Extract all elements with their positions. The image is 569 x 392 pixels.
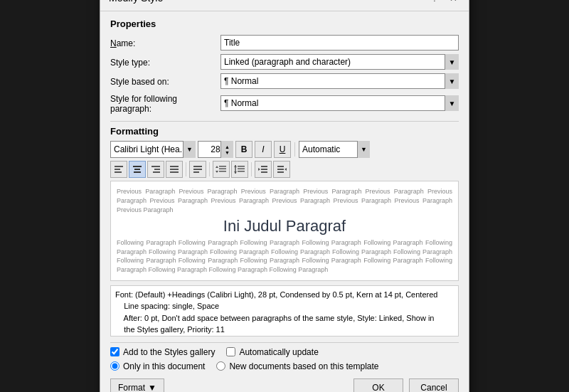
align-toolbar [110,161,459,178]
svg-rect-17 [219,171,226,172]
line-spacing-button[interactable] [213,161,230,178]
new-documents-radio[interactable] [216,361,225,371]
italic-button[interactable]: I [255,141,272,158]
dialog-title: Modify Style [109,0,163,4]
add-to-styles-label: Add to the Styles gallery [123,347,215,357]
new-documents-label: New documents based on this template [229,361,378,371]
svg-rect-13 [193,169,202,170]
svg-rect-7 [154,169,160,170]
svg-rect-27 [261,169,267,170]
toolbar-separator-4 [251,162,252,176]
style-type-label: Style type: [110,54,220,70]
svg-rect-16 [219,169,226,170]
format-dropdown-button[interactable]: Format ▼ [110,378,164,392]
preview-main-text: Ini Judul Paragraf [117,217,452,235]
toolbar-separator-1 [294,142,295,157]
svg-marker-18 [216,166,218,168]
para-spacing-button[interactable] [231,161,248,178]
toolbar-row-1: Calibri Light (Hea... ▼ ▲ ▼ B I U Automa… [110,141,459,158]
title-bar-controls: ? ✕ [427,0,460,5]
svg-rect-0 [115,166,123,167]
align-right-button[interactable] [147,161,164,178]
properties-grid: Name: Style type: Linked (paragraph and … [110,35,459,114]
svg-rect-30 [277,166,284,167]
svg-rect-14 [193,171,199,173]
style-following-label: Style for following paragraph: [110,92,220,114]
bold-button[interactable]: B [235,141,252,158]
only-document-radio-wrapper[interactable]: Only in this document [110,361,205,371]
svg-rect-10 [170,169,179,170]
format-dropdown-arrow-icon: ▼ [148,383,156,392]
radio-row: Only in this document New documents base… [110,361,459,371]
svg-rect-6 [151,166,160,167]
style-based-label: Style based on: [110,73,220,89]
svg-rect-9 [170,166,179,167]
color-select[interactable]: Automatic [299,141,370,158]
close-button[interactable]: ✕ [446,0,460,5]
add-to-styles-checkbox-wrapper[interactable]: Add to the Styles gallery [110,347,215,357]
font-select[interactable]: Calibri Light (Hea... [110,141,196,158]
svg-rect-8 [153,171,160,173]
formatting-label: Formatting [110,126,459,137]
svg-rect-32 [277,171,284,173]
style-type-select[interactable]: Linked (paragraph and character) [220,54,459,70]
toolbar-separator-3 [209,162,210,176]
align-justify-button[interactable] [166,161,183,178]
svg-marker-19 [216,171,218,173]
underline-button[interactable]: U [274,141,291,158]
size-wrapper: ▲ ▼ [198,141,233,158]
svg-rect-26 [261,166,267,167]
properties-label: Properties [110,18,459,29]
indent-increase-button[interactable] [273,161,290,178]
style-following-select[interactable]: ¶ Normal [220,95,459,111]
svg-marker-25 [234,171,237,174]
only-document-radio[interactable] [110,361,119,371]
align-justify2-button[interactable] [189,161,206,178]
style-based-select-wrapper: ¶ Normal ▼ [220,73,459,89]
dialog-body: Properties Name: Style type: Linked (par… [100,11,469,392]
svg-rect-3 [133,166,142,167]
svg-rect-1 [115,169,120,170]
svg-rect-11 [170,171,179,173]
add-to-styles-checkbox[interactable] [110,347,119,356]
align-left-button[interactable] [110,161,127,178]
style-based-wrapper: ¶ Normal ▼ [220,73,459,89]
svg-rect-20 [238,166,245,167]
style-desc-text: Font: (Default) +Headings (Calibri Light… [115,290,437,334]
help-button[interactable]: ? [427,0,442,5]
svg-rect-31 [277,169,284,170]
auto-update-checkbox-wrapper[interactable]: Automatically update [226,347,318,357]
cancel-button[interactable]: Cancel [409,378,459,392]
name-input-wrapper [220,35,459,51]
name-label: Name: [110,35,220,51]
auto-update-checkbox[interactable] [226,347,235,356]
style-following-wrapper: ¶ Normal ▼ [220,92,459,114]
style-following-select-wrapper: ¶ Normal ▼ [220,95,459,111]
svg-rect-15 [219,166,226,167]
title-bar: Modify Style ? ✕ [100,0,469,11]
style-desc-box: Font: (Default) +Headings (Calibri Light… [110,285,459,337]
preview-following-text: Following Paragraph Following Paragraph … [117,238,452,274]
size-input[interactable] [198,141,233,158]
color-select-wrapper: Automatic ▼ [299,141,370,158]
divider-2 [110,342,459,343]
ok-cancel-buttons: OK Cancel [353,378,459,392]
only-document-label: Only in this document [123,361,205,371]
style-based-select[interactable]: ¶ Normal [220,73,459,89]
svg-marker-29 [258,168,260,171]
auto-update-label: Automatically update [239,347,318,357]
format-btn-label: Format [118,383,145,392]
svg-rect-12 [193,166,202,167]
indent-decrease-button[interactable] [255,161,272,178]
name-input[interactable] [220,35,459,51]
align-center-button[interactable] [129,161,146,178]
style-type-wrapper: Linked (paragraph and character) ▼ [220,54,459,70]
new-documents-radio-wrapper[interactable]: New documents based on this template [216,361,378,371]
preview-previous-text: Previous Paragraph Previous Paragraph Pr… [117,187,452,214]
preview-box: Previous Paragraph Previous Paragraph Pr… [110,181,459,280]
ok-button[interactable]: OK [353,378,403,392]
svg-rect-5 [134,171,141,173]
svg-rect-21 [238,169,245,170]
style-type-select-wrapper: Linked (paragraph and character) ▼ [220,54,459,70]
bottom-buttons: Format ▼ OK Cancel [110,378,459,392]
